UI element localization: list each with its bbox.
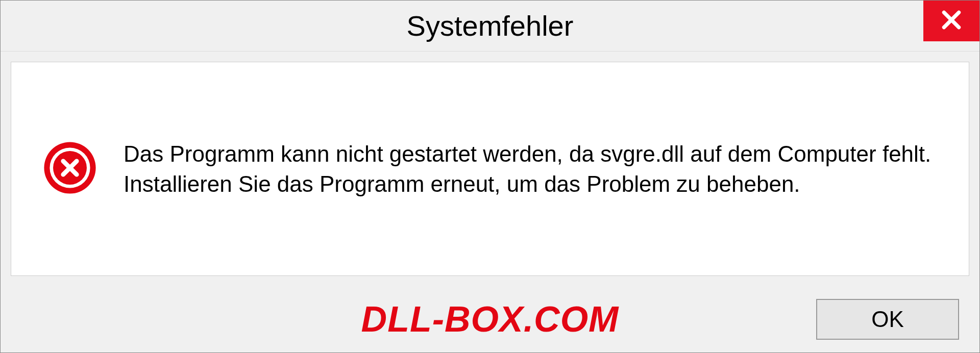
close-icon bbox=[939, 7, 964, 35]
ok-button[interactable]: OK bbox=[816, 299, 959, 340]
ok-button-label: OK bbox=[871, 307, 904, 332]
error-icon bbox=[42, 140, 98, 198]
titlebar: Systemfehler bbox=[1, 1, 979, 52]
dialog-footer: DLL-BOX.COM OK bbox=[1, 286, 979, 352]
close-button[interactable] bbox=[923, 1, 979, 41]
error-dialog: Systemfehler Das Programm kann nicht ges… bbox=[0, 0, 980, 353]
watermark-text: DLL-BOX.COM bbox=[361, 299, 619, 340]
dialog-title: Systemfehler bbox=[407, 9, 574, 42]
content-area: Das Programm kann nicht gestartet werden… bbox=[11, 62, 969, 276]
error-message: Das Programm kann nicht gestartet werden… bbox=[124, 139, 938, 199]
